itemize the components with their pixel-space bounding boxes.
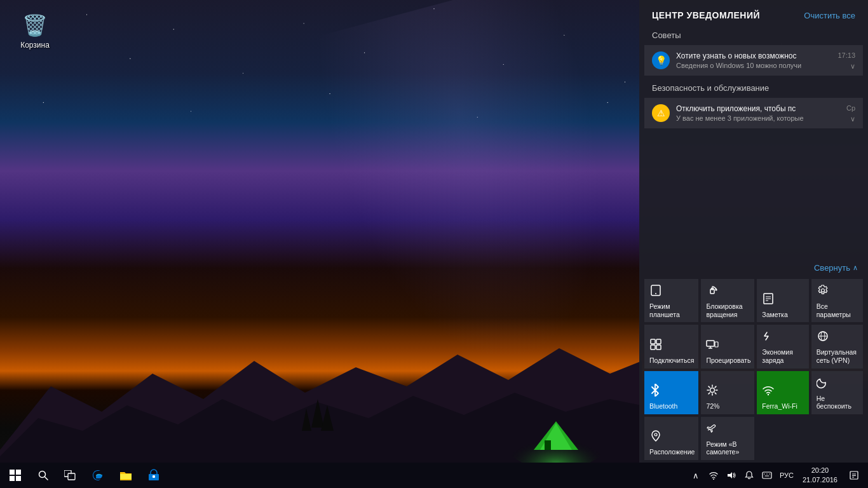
- notification-tips-content: Хотите узнать о новых возможнос Сведения…: [676, 51, 831, 69]
- network-icon: [709, 471, 718, 480]
- notification-tips-body: Сведения о Windows 10 можно получи: [676, 62, 831, 69]
- note-icon: [762, 292, 804, 308]
- svg-rect-44: [10, 476, 15, 481]
- task-view-button[interactable]: [56, 463, 84, 488]
- qa-wifi[interactable]: Ferra_Wi-Fi: [757, 371, 808, 414]
- svg-line-47: [45, 477, 48, 480]
- tray-language[interactable]: РУС: [776, 463, 797, 488]
- quiet-hours-icon: [817, 376, 859, 392]
- svg-point-11: [655, 293, 656, 294]
- vpn-icon: [817, 330, 859, 346]
- qa-vpn[interactable]: Виртуальная сеть (VPN): [811, 325, 863, 368]
- svg-rect-23: [656, 345, 661, 349]
- collapse-button[interactable]: Свернуть ∧: [639, 259, 868, 276]
- rotation-lock-icon: [706, 284, 750, 300]
- taskbar-app-edge[interactable]: [84, 463, 112, 488]
- svg-point-52: [713, 478, 714, 480]
- keyboard-icon: [762, 471, 772, 479]
- qa-rotation-lock-label: Блокировка вращения: [706, 302, 750, 318]
- collapse-chevron-icon: ∧: [853, 264, 858, 272]
- store-icon: [147, 469, 160, 482]
- qa-tablet-mode[interactable]: Режим планшета: [644, 279, 698, 322]
- svg-rect-24: [707, 341, 714, 346]
- desktop-scene: [0, 323, 642, 463]
- bluetooth-icon: [649, 384, 695, 400]
- qa-rotation-lock[interactable]: Блокировка вращения: [701, 279, 754, 322]
- svg-rect-54: [763, 472, 771, 478]
- qa-all-settings-label: Все параметры: [817, 302, 859, 318]
- collapse-label: Свернуть: [814, 263, 850, 273]
- recycle-bin-label: Корзина: [20, 41, 50, 50]
- brightness-icon: [706, 384, 750, 400]
- recycle-bin-image: 🗑️: [22, 13, 48, 38]
- qa-all-settings[interactable]: Все параметры: [811, 279, 863, 322]
- qa-airplane-label: Режим «В самолете»: [706, 440, 750, 456]
- notification-security-time: Ср: [846, 104, 855, 112]
- svg-rect-27: [715, 342, 718, 347]
- notification-security-body: У вас не менее 3 приложений, которые: [676, 114, 840, 122]
- clock-time: 20:20: [811, 466, 829, 475]
- svg-rect-45: [16, 476, 21, 481]
- qa-bluetooth-label: Bluetooth: [649, 402, 695, 410]
- qa-quiet-hours-label: Не беспокоить: [817, 395, 859, 410]
- tray-chevron[interactable]: ∧: [687, 463, 705, 488]
- search-button[interactable]: [31, 463, 56, 488]
- qa-quiet-hours[interactable]: Не беспокоить: [811, 371, 863, 414]
- explorer-icon: [119, 470, 132, 481]
- system-tray: ∧: [684, 463, 868, 488]
- tray-keyboard[interactable]: [758, 463, 776, 488]
- qa-battery-saver-label: Экономия заряда: [762, 348, 804, 364]
- qa-project[interactable]: Проецировать: [701, 325, 754, 368]
- taskbar-app-explorer[interactable]: [112, 463, 140, 488]
- action-center-tray-button[interactable]: [843, 463, 865, 488]
- qa-connect-label: Подключиться: [649, 356, 695, 365]
- section-title-tips: Советы: [639, 25, 868, 43]
- svg-rect-42: [10, 470, 15, 475]
- connect-icon: [649, 338, 695, 354]
- taskbar-app-store[interactable]: [140, 463, 168, 488]
- qa-bluetooth[interactable]: Bluetooth: [644, 371, 698, 414]
- svg-rect-49: [68, 473, 75, 480]
- notification-tips-time: 17:13: [837, 51, 855, 59]
- qa-airplane[interactable]: Режим «В самолете»: [701, 417, 754, 460]
- notification-tips[interactable]: 💡 Хотите узнать о новых возможнос Сведен…: [644, 45, 863, 76]
- notification-tips-title: Хотите узнать о новых возможнос: [676, 51, 831, 60]
- language-label: РУС: [780, 471, 794, 479]
- battery-saver-icon: [762, 330, 804, 346]
- svg-point-19: [821, 289, 824, 292]
- tray-clock[interactable]: 20:20 21.07.2016: [797, 463, 843, 488]
- svg-rect-20: [651, 339, 655, 344]
- notification-security[interactable]: ⚠ Отключить приложения, чтобы пс У вас н…: [644, 98, 863, 128]
- qa-location-label: Расположение: [649, 448, 695, 456]
- qa-battery-saver[interactable]: Экономия заряда: [757, 325, 808, 368]
- qa-wifi-label: Ferra_Wi-Fi: [762, 402, 804, 410]
- qa-brightness[interactable]: 72%: [701, 371, 754, 414]
- svg-point-40: [768, 394, 769, 395]
- project-icon: [706, 338, 750, 354]
- notification-tips-icon: 💡: [652, 51, 670, 69]
- qa-tablet-mode-label: Режим планшета: [649, 302, 695, 318]
- tray-network[interactable]: [705, 463, 722, 488]
- notification-security-title: Отключить приложения, чтобы пс: [676, 104, 840, 113]
- qa-note[interactable]: Заметка: [757, 279, 808, 322]
- tablet-mode-icon: [649, 284, 695, 300]
- svg-rect-43: [16, 470, 21, 475]
- action-center-header: ЦЕНТР УВЕДОМЛЕНИЙ Очистить все: [639, 0, 868, 25]
- start-button[interactable]: [0, 463, 31, 488]
- tray-volume[interactable]: [722, 463, 740, 488]
- qa-connect[interactable]: Подключиться: [644, 325, 698, 368]
- recycle-bin-icon[interactable]: 🗑️ Корзина: [13, 13, 57, 50]
- tray-notification[interactable]: [740, 463, 758, 488]
- svg-marker-53: [728, 472, 732, 478]
- action-center-tray-icon: [850, 471, 858, 480]
- qa-location[interactable]: Расположение: [644, 417, 698, 460]
- clear-all-button[interactable]: Очистить все: [804, 11, 855, 20]
- qa-brightness-label: 72%: [706, 402, 750, 410]
- svg-line-39: [709, 393, 710, 394]
- section-title-security: Безопасность и обслуживание: [639, 78, 868, 95]
- notification-tips-chevron: ∨: [850, 62, 855, 71]
- notification-icon: [745, 471, 754, 480]
- qa-vpn-label: Виртуальная сеть (VPN): [817, 348, 859, 364]
- svg-point-31: [710, 388, 715, 393]
- wifi-icon: [762, 384, 804, 400]
